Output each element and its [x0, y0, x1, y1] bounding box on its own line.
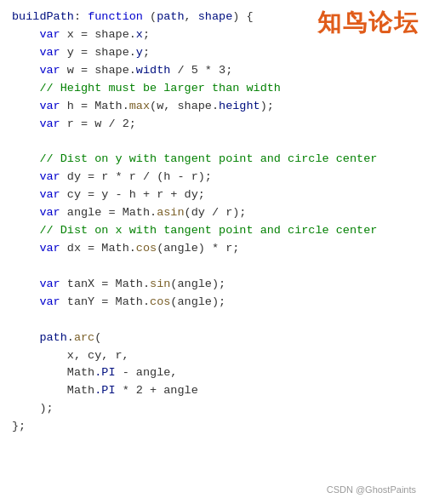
code-token: [12, 240, 39, 258]
code-line: );: [12, 400, 428, 418]
code-token: [12, 62, 39, 80]
code-line: var x = shape.x;: [12, 26, 428, 44]
code-container: 知鸟论坛 buildPath: function (path, shape) {…: [0, 0, 428, 504]
code-token: * 2 + angle: [116, 382, 198, 400]
code-line: buildPath: function (path, shape) {: [12, 9, 428, 26]
code-token: (: [143, 9, 157, 26]
code-token: var: [39, 240, 60, 258]
code-token: var: [39, 186, 60, 204]
code-token: w = shape.: [60, 62, 136, 80]
code-token: dx = Math.: [60, 240, 136, 258]
code-token: x = shape.: [60, 26, 136, 44]
code-token: (angle);: [170, 294, 225, 312]
code-token: Math: [67, 382, 94, 400]
code-token: cos: [136, 240, 157, 258]
code-token: [12, 26, 39, 44]
code-token: var: [39, 276, 60, 294]
code-token: tanY = Math.: [60, 294, 150, 312]
code-line: };: [12, 418, 428, 436]
code-token: // Dist on x with tangent point and circ…: [39, 222, 377, 240]
code-token: angle = Math.: [60, 204, 157, 222]
code-token: function: [88, 9, 143, 26]
code-token: h = Math.: [60, 98, 129, 116]
code-token: Math: [67, 364, 94, 382]
code-token: var: [39, 26, 60, 44]
code-line: var cy = y - h + r + dy;: [12, 186, 428, 204]
code-token: [12, 329, 39, 347]
code-token: :: [74, 9, 88, 26]
code-line: var dy = r * r / (h - r);: [12, 169, 428, 186]
code-token: );: [12, 400, 54, 418]
code-token: y: [136, 44, 143, 62]
code-token: arc: [74, 329, 94, 347]
code-token: (w, shape.: [150, 98, 219, 116]
code-token: x: [136, 26, 143, 44]
code-token: max: [129, 98, 150, 116]
code-line: var angle = Math.asin(dy / r);: [12, 204, 428, 222]
code-block: buildPath: function (path, shape) { var …: [0, 9, 428, 436]
code-line: var r = w / 2;: [12, 116, 428, 134]
code-line: x, cy, r,: [12, 347, 428, 365]
code-line: var tanX = Math.sin(angle);: [12, 276, 428, 294]
code-token: .PI: [94, 382, 115, 400]
code-token: path: [157, 9, 184, 26]
code-token: cos: [150, 294, 170, 312]
code-line: path.arc(: [12, 329, 428, 347]
code-token: [12, 347, 67, 365]
code-token: path: [39, 329, 66, 347]
code-token: [12, 204, 39, 222]
code-token: width: [136, 62, 171, 80]
code-token: // Height must be larger than width: [39, 80, 281, 98]
code-line: var h = Math.max(w, shape.height);: [12, 98, 428, 116]
code-token: [12, 364, 67, 382]
code-token: var: [39, 98, 60, 116]
code-token: var: [39, 204, 60, 222]
code-token: [12, 44, 39, 62]
code-token: shape: [198, 9, 233, 26]
code-token: y = shape.: [60, 44, 136, 62]
code-token: dy = r * r / (h - r);: [60, 169, 212, 186]
code-token: // Dist on y with tangent point and circ…: [39, 151, 377, 169]
code-line: var y = shape.y;: [12, 44, 428, 62]
code-token: [12, 186, 39, 204]
code-token: [12, 151, 39, 169]
code-token: / 5 * 3;: [170, 62, 232, 80]
code-token: var: [39, 294, 60, 312]
code-token: r = w / 2;: [60, 116, 136, 134]
code-token: .PI: [94, 364, 115, 382]
code-line: var tanY = Math.cos(angle);: [12, 294, 428, 312]
code-token: [12, 116, 39, 134]
code-token: - angle,: [116, 364, 178, 382]
code-token: buildPath: [12, 9, 74, 26]
code-token: (: [94, 329, 101, 347]
code-token: [12, 276, 39, 294]
code-token: var: [39, 62, 60, 80]
code-token: var: [39, 116, 60, 134]
code-line: // Height must be larger than width: [12, 80, 428, 98]
code-token: [12, 382, 67, 400]
code-token: height: [219, 98, 260, 116]
code-token: ) {: [232, 9, 253, 26]
code-token: var: [39, 44, 60, 62]
code-line: [12, 258, 428, 276]
code-token: [12, 98, 39, 116]
code-token: [12, 80, 39, 98]
code-token: asin: [157, 204, 184, 222]
code-token: ;: [143, 26, 150, 44]
code-token: (angle);: [170, 276, 225, 294]
code-line: [12, 133, 428, 151]
code-token: x, cy, r,: [67, 347, 129, 365]
code-line: // Dist on y with tangent point and circ…: [12, 151, 428, 169]
code-token: ;: [143, 44, 150, 62]
code-line: Math.PI - angle,: [12, 364, 428, 382]
code-line: Math.PI * 2 + angle: [12, 382, 428, 400]
code-line: var w = shape.width / 5 * 3;: [12, 62, 428, 80]
code-token: tanX = Math.: [60, 276, 150, 294]
code-line: [12, 312, 428, 329]
code-token: [12, 169, 39, 186]
csdn-footer: CSDN @GhostPaints: [327, 483, 416, 497]
code-token: var: [39, 169, 60, 186]
code-token: [12, 294, 39, 312]
code-token: cy = y - h + r + dy;: [60, 186, 205, 204]
code-line: // Dist on x with tangent point and circ…: [12, 222, 428, 240]
